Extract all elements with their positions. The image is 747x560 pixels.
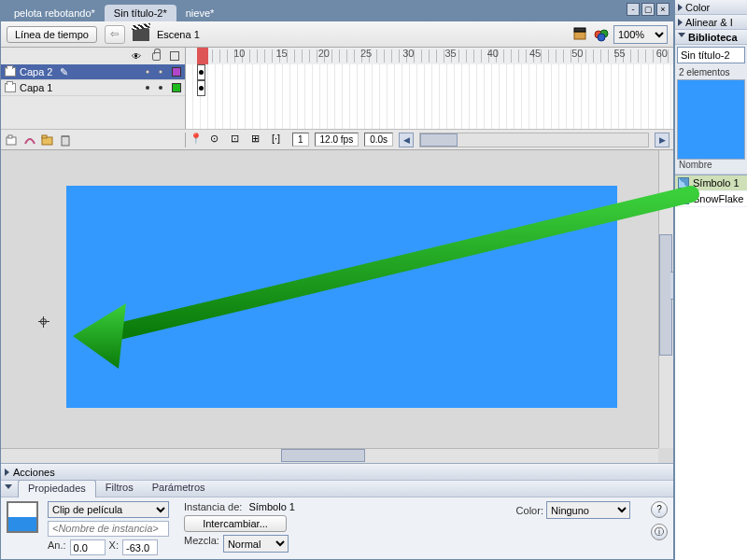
layer-name: Capa 1 bbox=[20, 82, 52, 93]
movieclip-icon bbox=[678, 177, 689, 189]
visibility-column-icon[interactable] bbox=[132, 50, 143, 62]
new-guide-layer-icon[interactable] bbox=[22, 133, 37, 147]
color-label: Color: bbox=[516, 505, 543, 516]
library-panel-header[interactable]: Biblioteca bbox=[675, 30, 747, 45]
disclosure-triangle-icon bbox=[678, 4, 683, 11]
onion-outline-icon[interactable]: ⊡ bbox=[231, 133, 246, 147]
visibility-dot[interactable] bbox=[146, 86, 149, 90]
scroll-left-icon[interactable]: ◀ bbox=[399, 133, 414, 147]
library-preview[interactable] bbox=[677, 79, 745, 160]
layer-row-capa2[interactable]: Capa 2 ✎ bbox=[1, 64, 185, 80]
layer-name: Capa 2 bbox=[20, 66, 52, 77]
keyframe[interactable] bbox=[197, 80, 205, 96]
width-input[interactable] bbox=[70, 539, 106, 555]
edit-symbol-icon[interactable] bbox=[593, 26, 610, 43]
width-label: An.: bbox=[48, 539, 66, 555]
pencil-icon: ✎ bbox=[60, 66, 68, 78]
blend-select[interactable]: Normal bbox=[223, 535, 289, 553]
stage-area bbox=[1, 150, 673, 463]
actions-title: Acciones bbox=[13, 467, 55, 478]
library-list: Símbolo 1 SnowFlake bbox=[675, 175, 747, 560]
disclosure-triangle-icon bbox=[678, 33, 685, 41]
movieclip-icon bbox=[678, 193, 689, 204]
color-panel-header[interactable]: Color bbox=[675, 0, 747, 15]
keyframe[interactable] bbox=[197, 64, 205, 80]
registration-point-icon[interactable] bbox=[38, 316, 49, 328]
library-item-simbolo1[interactable]: Símbolo 1 bbox=[675, 175, 747, 191]
onion-skin-icon[interactable]: ⊙ bbox=[210, 133, 225, 147]
new-layer-icon[interactable] bbox=[5, 133, 20, 147]
panel-collapse-tab[interactable] bbox=[670, 272, 673, 300]
edit-multiple-icon[interactable]: ⊞ bbox=[251, 133, 266, 147]
edit-bar: Línea de tiempo ⇦ Escena 1 100% bbox=[1, 21, 673, 48]
current-frame-value: 1 bbox=[292, 133, 309, 147]
color-effect-select[interactable]: Ninguno bbox=[546, 501, 630, 519]
elapsed-time-value: 0.0s bbox=[364, 133, 393, 147]
layer-icon bbox=[5, 83, 16, 92]
window-minimize-icon[interactable]: - bbox=[627, 3, 640, 16]
stage-hscroll[interactable] bbox=[1, 448, 658, 463]
library-item-snowflake[interactable]: SnowFlake bbox=[675, 191, 747, 207]
scroll-right-icon[interactable]: ▶ bbox=[655, 133, 669, 147]
disclosure-triangle-icon bbox=[5, 469, 9, 476]
lock-column-icon[interactable] bbox=[152, 52, 161, 61]
tab-propiedades[interactable]: Propiedades bbox=[18, 480, 96, 498]
edit-scene-icon[interactable] bbox=[572, 26, 589, 43]
actions-panel-header[interactable]: Acciones bbox=[1, 464, 673, 481]
playhead[interactable] bbox=[197, 48, 208, 64]
svg-rect-0 bbox=[574, 32, 585, 39]
outline-swatch[interactable] bbox=[172, 67, 181, 77]
delete-layer-icon[interactable] bbox=[58, 133, 73, 147]
visibility-dot[interactable] bbox=[146, 70, 149, 74]
svg-rect-8 bbox=[42, 135, 47, 138]
svg-rect-6 bbox=[8, 135, 12, 138]
frame-rate-value: 12.0 fps bbox=[315, 133, 359, 147]
stage-canvas[interactable] bbox=[66, 186, 617, 408]
scene-name-label[interactable]: Escena 1 bbox=[157, 29, 200, 40]
doc-tab-sintitulo[interactable]: Sin título-2* bbox=[105, 5, 176, 21]
stage-vscroll[interactable] bbox=[658, 150, 673, 448]
outline-column-icon[interactable] bbox=[170, 51, 179, 61]
timeline-hscroll[interactable] bbox=[419, 133, 649, 147]
outline-swatch[interactable] bbox=[172, 83, 181, 92]
layer-list: Capa 2 ✎ Capa 1 bbox=[1, 64, 186, 129]
library-count-label: 2 elementos bbox=[675, 65, 747, 79]
window-close-icon[interactable]: × bbox=[656, 3, 669, 16]
frame-ruler[interactable]: 5101520253035404550556065707580 bbox=[186, 48, 673, 64]
info-icon[interactable]: ⓘ bbox=[651, 524, 668, 540]
lock-dot[interactable] bbox=[159, 86, 162, 90]
properties-panel-header[interactable]: Propiedades Filtros Parámetros bbox=[1, 481, 673, 497]
help-icon[interactable]: ? bbox=[651, 501, 668, 518]
library-name-header[interactable]: Nombre bbox=[675, 160, 747, 175]
zoom-select[interactable]: 100% bbox=[613, 25, 668, 44]
center-frame-icon[interactable]: 📍 bbox=[190, 133, 204, 147]
instance-thumbnail[interactable] bbox=[7, 501, 38, 533]
frame-area[interactable] bbox=[186, 64, 673, 129]
layer-row-capa1[interactable]: Capa 1 bbox=[1, 80, 185, 96]
symbol-type-select[interactable]: Clip de película bbox=[48, 501, 169, 518]
swap-button[interactable]: Intercambiar... bbox=[184, 515, 287, 532]
new-folder-icon[interactable] bbox=[40, 133, 55, 147]
lock-dot[interactable] bbox=[159, 70, 162, 74]
scene-back-button[interactable]: ⇦ bbox=[105, 25, 125, 44]
align-panel-header[interactable]: Alinear & I bbox=[675, 15, 747, 30]
instance-name-input[interactable] bbox=[48, 521, 169, 537]
timeline-panel: 5101520253035404550556065707580 Capa 2 ✎ bbox=[1, 48, 673, 150]
instance-of-label: Instancia de: bbox=[184, 501, 242, 512]
timeline-toggle-button[interactable]: Línea de tiempo bbox=[7, 26, 97, 43]
tab-filtros[interactable]: Filtros bbox=[96, 480, 143, 498]
disclosure-triangle-icon bbox=[5, 484, 12, 493]
library-doc-select[interactable] bbox=[677, 47, 745, 63]
window-restore-icon[interactable]: ▢ bbox=[641, 3, 655, 16]
svg-rect-1 bbox=[574, 28, 585, 32]
svg-rect-9 bbox=[62, 136, 69, 146]
instance-of-value: Símbolo 1 bbox=[248, 501, 295, 512]
doc-tab-pelota[interactable]: pelota rebotando* bbox=[5, 5, 105, 21]
onion-markers-icon[interactable]: [·] bbox=[272, 133, 287, 147]
mezcla-label: Mezcla: bbox=[184, 535, 219, 553]
scene-icon bbox=[133, 28, 149, 41]
doc-tab-nieve[interactable]: nieve* bbox=[176, 5, 224, 21]
tab-parametros[interactable]: Parámetros bbox=[143, 480, 215, 498]
svg-point-4 bbox=[598, 34, 605, 41]
x-input[interactable] bbox=[122, 539, 158, 555]
